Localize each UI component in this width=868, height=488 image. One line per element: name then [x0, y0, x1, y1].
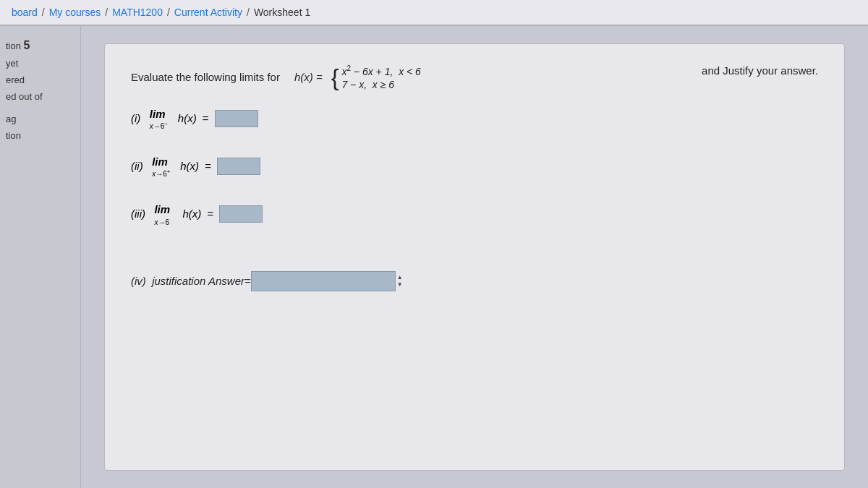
main-layout: tion 5 yet ered ed out of ag tion Evalua… — [0, 26, 868, 488]
breadcrumb: board / My courses / MATH1200 / Current … — [12, 7, 310, 18]
lim-subscript-ii: x→6+ — [152, 168, 170, 178]
breadcrumb-current: Worksheet 1 — [254, 7, 310, 18]
breadcrumb-sep-4: / — [247, 7, 250, 18]
answer-input-iii[interactable] — [219, 205, 263, 223]
spinner-down-icon[interactable]: ▼ — [397, 281, 403, 288]
problem-header: Evaluate the following limits for h(x) =… — [131, 64, 818, 90]
hx-ii: h(x) — [180, 160, 199, 172]
lim-text-iii: lim — [154, 203, 170, 215]
sidebar-ed-out-of: ed out of — [6, 90, 75, 103]
breadcrumb-sep-2: / — [105, 7, 108, 18]
roman-ii: (ii) — [131, 160, 143, 172]
piecewise-brace: { — [331, 66, 339, 89]
breadcrumb-link-currentactivity[interactable]: Current Activity — [174, 7, 242, 18]
spinner-up-icon[interactable]: ▲ — [397, 274, 403, 281]
limit-problems: (i) lim x→6− h(x) = (ii) — [131, 108, 818, 291]
limit-part-ii: (ii) lim x→6+ h(x) = — [131, 155, 818, 177]
breadcrumb-bar: board / My courses / MATH1200 / Current … — [0, 0, 868, 26]
justification-row: (iv) justification Answer= ▲ ▼ — [131, 271, 818, 291]
equals-ii: = — [202, 160, 214, 172]
piecewise-case-1: x2 − 6x + 1, x < 6 — [341, 64, 420, 77]
sidebar-yet: yet — [6, 56, 75, 70]
evaluate-text: Evaluate the following limits for — [131, 71, 280, 83]
problem-card: Evaluate the following limits for h(x) =… — [104, 43, 845, 471]
spinner-control[interactable]: ▲ ▼ — [397, 274, 403, 288]
lim-subscript-iii: x→6 — [154, 218, 169, 226]
answer-input-i[interactable] — [215, 110, 258, 127]
equals-i: = — [200, 112, 212, 124]
lim-text-i: lim — [150, 108, 166, 120]
sidebar-ered: ered — [6, 73, 75, 87]
hx-iii: h(x) — [182, 207, 201, 220]
sidebar-tion: tion — [6, 129, 75, 142]
lim-subscript-i: x→6− — [150, 121, 168, 130]
lim-text-ii: lim — [152, 155, 168, 168]
breadcrumb-link-math1200[interactable]: MATH1200 — [112, 7, 163, 18]
case2-expr: 7 − x, x ≥ 6 — [341, 79, 394, 90]
piecewise-case-2: 7 − x, x ≥ 6 — [341, 79, 420, 90]
problem-statement: Evaluate the following limits for h(x) =… — [131, 64, 690, 90]
breadcrumb-link-board[interactable]: board — [12, 7, 38, 18]
roman-i: (i) — [131, 112, 140, 124]
roman-iv: (iv) — [131, 275, 146, 287]
content-area: Evaluate the following limits for h(x) =… — [81, 26, 868, 488]
sidebar-ag: ag — [6, 112, 75, 126]
hx-i: h(x) — [178, 112, 197, 124]
function-name: h(x) = — [294, 71, 323, 83]
sidebar-question-number: 5 — [24, 39, 30, 51]
limit-part-iii: (iii) lim x→6 h(x) = — [131, 203, 818, 225]
piecewise-function: { x2 − 6x + 1, x < 6 7 − x, x ≥ 6 — [331, 64, 421, 90]
answer-input-ii[interactable] — [217, 158, 260, 175]
justification-input[interactable] — [251, 271, 396, 291]
justification-label: (iv) justification Answer= — [131, 275, 251, 287]
breadcrumb-sep-1: / — [42, 7, 45, 18]
equals-iii: = — [204, 207, 216, 220]
sidebar: tion 5 yet ered ed out of ag tion — [0, 26, 81, 488]
limit-part-i: (i) lim x→6− h(x) = — [131, 108, 818, 129]
roman-iii: (iii) — [131, 207, 145, 220]
breadcrumb-link-mycourses[interactable]: My courses — [49, 7, 101, 18]
piecewise-cases: x2 − 6x + 1, x < 6 7 − x, x ≥ 6 — [341, 64, 420, 90]
sidebar-question-prefix: tion 5 — [6, 38, 75, 53]
case1-expr: x2 − 6x + 1, x < 6 — [341, 66, 420, 77]
spinner-box: ▲ ▼ — [251, 271, 403, 291]
justify-text: and Justify your answer. — [702, 64, 818, 77]
breadcrumb-sep-3: / — [167, 7, 170, 18]
